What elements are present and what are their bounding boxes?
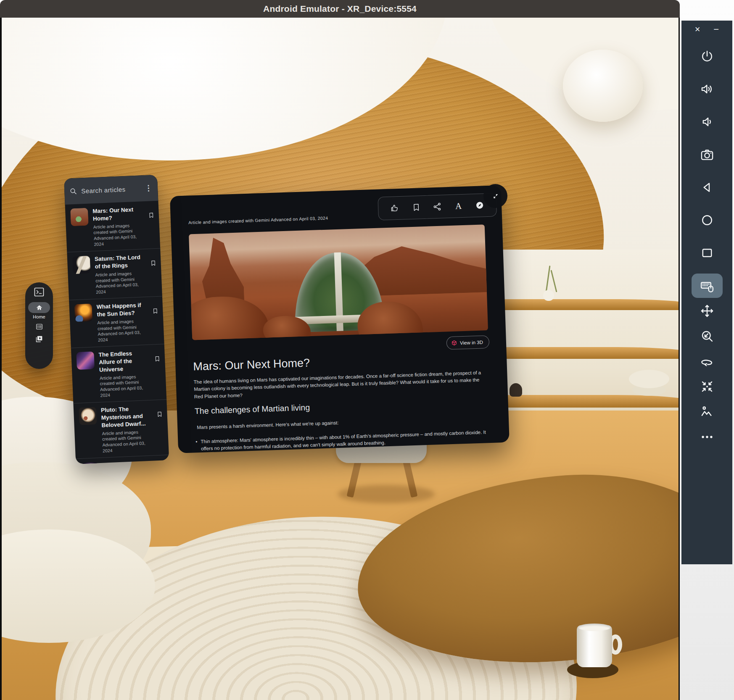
zoom-reset-icon [700, 329, 714, 343]
back-button[interactable] [692, 175, 723, 200]
more-dots-icon [700, 430, 714, 444]
mug-decor [577, 625, 612, 667]
search-bar[interactable]: Search articles ⋮ [64, 175, 158, 205]
power-icon [700, 49, 714, 63]
vase-decor [510, 383, 522, 397]
bookmark-icon[interactable] [150, 260, 157, 267]
more-menu-icon[interactable]: ⋮ [145, 183, 153, 193]
article-reader-panel: Article and images created with Gemini A… [170, 185, 510, 453]
bookmark-icon[interactable] [152, 308, 159, 315]
motion-tracking-button[interactable] [692, 400, 723, 424]
article-description: Article and images created with Gemini A… [95, 270, 146, 295]
overview-button[interactable] [692, 241, 723, 265]
article-description: Article and images created with Gemini A… [93, 222, 145, 247]
back-icon [700, 180, 714, 195]
nav-home-button[interactable] [28, 302, 50, 313]
home-circle-icon [700, 213, 714, 227]
xr-scene-viewport[interactable]: Home Search articles ⋮ [0, 18, 680, 700]
article-toolbar: A [378, 193, 497, 220]
power-button[interactable] [692, 44, 723, 68]
collapse-icon [491, 192, 500, 200]
motion-icon [700, 405, 714, 419]
volume-down-icon [700, 115, 714, 129]
article-title: The Endless Allure of the Universe [98, 349, 150, 374]
plant-decor [546, 266, 551, 292]
close-button[interactable]: × [695, 25, 700, 34]
bookmark-icon[interactable] [154, 355, 161, 363]
window-title: Android Emulator - XR_Device:5554 [263, 4, 417, 14]
article-thumbnail [70, 208, 89, 226]
stool-decor [629, 370, 669, 388]
window-titlebar[interactable]: Android Emulator - XR_Device:5554 [0, 0, 680, 18]
share-button[interactable] [433, 202, 442, 212]
article-section-heading: The challenges of Martian living [195, 403, 310, 416]
recenter-button[interactable] [692, 374, 723, 399]
keyboard-mouse-icon [700, 279, 714, 293]
volume-up-icon [700, 82, 714, 96]
article-title: Saturn: The Lord of the Rings [95, 253, 145, 271]
hero-rock [189, 295, 270, 340]
volume-up-button[interactable] [692, 77, 723, 101]
more-options-button[interactable] [692, 425, 723, 449]
terminal-icon[interactable] [34, 287, 45, 297]
bookmark-icon[interactable] [148, 212, 155, 219]
font-size-button[interactable]: A [454, 201, 463, 211]
bookmark-icon[interactable] [156, 411, 163, 418]
bookmark-button[interactable] [411, 203, 421, 212]
article-thumbnail [72, 256, 91, 274]
move-icon [700, 304, 714, 318]
search-input[interactable]: Search articles [81, 185, 141, 195]
pendant-lamp-decor [563, 50, 643, 122]
screenshot-button[interactable] [692, 142, 723, 167]
emulator-window: Android Emulator - XR_Device:5554 [0, 0, 734, 700]
articles-list-icon[interactable] [36, 323, 43, 330]
list-item[interactable]: Saturn: The Lord of the Rings Article an… [67, 249, 162, 300]
article-thumbnail [79, 407, 97, 425]
font-size-glyph: A [455, 201, 462, 211]
orbit-rotate-icon [700, 354, 714, 368]
home-icon [36, 304, 43, 311]
explore-globe-button[interactable] [475, 200, 485, 210]
cube-3d-icon [451, 340, 457, 346]
article-title: Mars: Our Next Home? [92, 205, 143, 223]
article-section-intro: Mars presents a harsh environment. Here'… [197, 420, 339, 430]
article-description: Article and images created with Gemini A… [97, 318, 148, 343]
nav-home-label: Home [33, 314, 45, 319]
keyboard-mouse-input-button[interactable] [692, 274, 723, 298]
xr-nav-rail[interactable]: Home [25, 282, 53, 369]
move-window-button[interactable] [692, 299, 723, 323]
article-description: Article and images created with Gemini A… [100, 373, 151, 398]
chair-shadow-decor [338, 485, 435, 503]
article-heading: Mars: Our Next Home? [193, 356, 310, 373]
media-library-icon[interactable] [35, 335, 43, 343]
home-button[interactable] [692, 208, 723, 232]
list-item[interactable]: Mars: Our Next Home? Article and images … [65, 201, 161, 253]
list-item[interactable]: The Endless Allure of the Universe Artic… [71, 345, 166, 404]
collapse-panel-button[interactable] [483, 184, 507, 208]
list-item[interactable]: Pluto: The Mysterious and Beloved Dwarf.… [73, 400, 169, 459]
view-in-3d-label: View in 3D [460, 339, 483, 345]
camera-icon [700, 147, 714, 162]
article-hero-image [189, 224, 488, 340]
article-thumbnail [74, 304, 93, 322]
emulator-toolbar: × − [681, 21, 732, 564]
list-item[interactable]: What Happens if the Sun Dies? Article an… [69, 297, 164, 348]
rotate-view-button[interactable] [692, 349, 723, 374]
article-intro: The idea of humans living on Mars has ca… [193, 369, 488, 400]
volume-down-button[interactable] [692, 110, 723, 134]
article-title: What Happens if the Sun Dies? [97, 301, 148, 318]
search-icon [69, 187, 77, 195]
minimize-button[interactable]: − [713, 25, 719, 34]
view-in-3d-button[interactable]: View in 3D [446, 335, 490, 350]
article-thumbnail [76, 352, 95, 370]
article-attribution: Article and images created with Gemini A… [188, 216, 328, 225]
recenter-icon [700, 379, 714, 394]
bullet-marker: • [195, 438, 198, 453]
article-title: Pluto: The Mysterious and Beloved Dwarf.… [101, 405, 152, 429]
article-list-panel: Search articles ⋮ Mars: Our Next Home? A… [64, 175, 169, 464]
vase-decor [543, 290, 554, 301]
zoom-reset-button[interactable] [692, 324, 723, 348]
plant-decor [551, 270, 557, 292]
article-description: Article and images created with Gemini A… [102, 429, 153, 454]
thumbs-up-button[interactable] [390, 203, 400, 213]
